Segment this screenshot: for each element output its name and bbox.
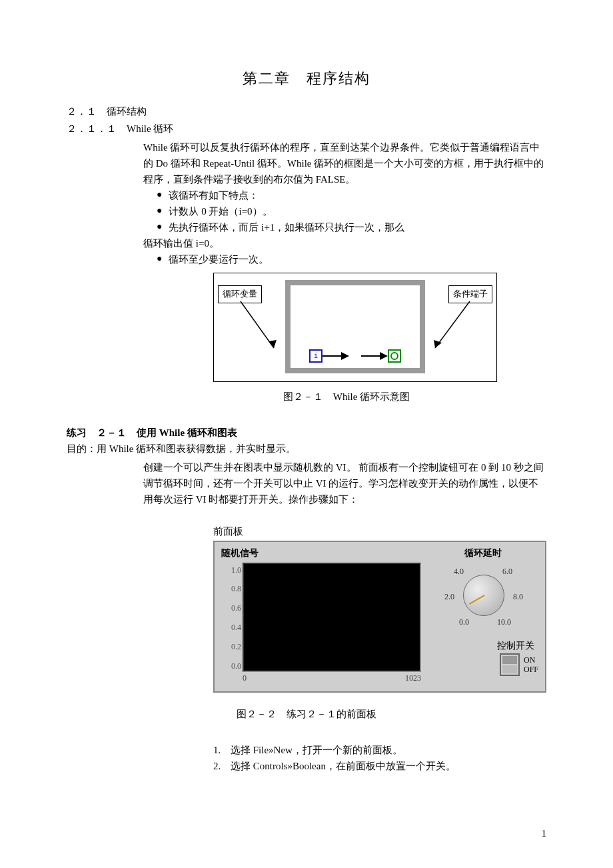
arrow-to-cond-icon [423,301,476,361]
exercise-paragraph: 创建一个可以产生并在图表中显示随机数的 VI。 前面板有一个控制旋钮可在 0 到… [143,459,546,507]
chapter-title: 第二章 程序结构 [67,67,546,90]
switch-on-label: ON [524,655,538,665]
condition-terminal-icon [388,349,401,363]
control-switch[interactable] [500,653,520,676]
step-number: 2. [213,758,231,774]
bullet-2: 计数从 0 开始（i=0）。 [169,203,272,219]
bullet-icon: ● [157,187,162,202]
dial-tick: 8.0 [513,591,523,603]
dial-tick: 2.0 [444,591,454,603]
waveform-chart[interactable] [243,563,421,672]
svg-line-6 [435,301,470,348]
xtick: 1023 [405,672,421,685]
arrow-to-i-icon [234,301,287,361]
step-2: 选择 Controls»Boolean，在前面板中放置一个开关。 [231,758,456,774]
ytick: 0.2 [221,641,241,653]
dial-title: 循环延时 [428,546,538,561]
dial-tick: 6.0 [502,565,512,578]
ytick: 0.0 [221,660,241,673]
bullet-icon: ● [157,203,162,218]
page-number: 1 [542,825,547,841]
svg-line-4 [241,301,274,348]
switch-off-label: OFF [524,665,538,674]
section-2-1-1: ２．１．１ While 循环 [67,121,546,137]
figure-2-2-caption: 图２－２ 练习２－１的前面板 [67,706,546,722]
arrow-right-icon [361,349,388,363]
dial-tick: 10.0 [497,616,511,629]
exercise-heading: 练习 ２－１ 使用 While 循环和图表 [67,425,546,441]
figure-2-1: 循环变量 条件端子 i [213,273,497,382]
paragraph-while-intro: While 循环可以反复执行循环体的程序，直至到达某个边界条件。它类似于普通编程… [143,139,546,187]
arrow-right-icon [322,349,349,363]
svg-marker-1 [341,352,349,360]
bullet-3: 先执行循环体，而后 i+1，如果循环只执行一次，那么 [169,219,404,235]
switch-title: 控制开关 [428,639,534,653]
ytick: 1.0 [221,564,241,577]
iteration-terminal-icon: i [309,349,322,363]
bullet-3b: 循环输出值 i=0。 [143,235,546,251]
panel-outer-title: 前面板 [213,523,546,539]
chart-title: 随机信号 [221,546,421,561]
svg-marker-3 [380,352,388,360]
section-2-1: ２．１ 循环结构 [67,103,546,119]
loop-delay-knob[interactable] [463,575,504,616]
chart-x-axis: 0 1023 [243,672,421,685]
exercise-goal: 目的：用 While 循环和图表获得数据，并实时显示。 [67,441,546,457]
dial-tick: 0.0 [459,616,469,629]
front-panel: 随机信号 1.0 0.8 0.6 0.4 0.2 0.0 0 1023 循环延时 [213,541,546,693]
bullet-1: 该循环有如下特点： [169,187,259,203]
bullet-icon: ● [157,219,162,234]
bullet-4: 循环至少要运行一次。 [169,251,269,267]
xtick: 0 [243,672,247,685]
label-condition-terminal: 条件端子 [448,285,492,303]
step-number: 1. [213,742,231,758]
chart-y-axis: 1.0 0.8 0.6 0.4 0.2 0.0 [221,563,241,674]
bullet-icon: ● [157,251,162,266]
ytick: 0.8 [221,583,241,595]
label-loop-variable: 循环变量 [218,285,262,303]
ytick: 0.4 [221,621,241,634]
ytick: 0.6 [221,602,241,615]
step-1: 选择 File»New，打开一个新的前面板。 [231,742,402,758]
figure-2-1-caption: 图２－１ While 循环示意图 [147,389,546,405]
dial-tick: 4.0 [454,565,464,578]
